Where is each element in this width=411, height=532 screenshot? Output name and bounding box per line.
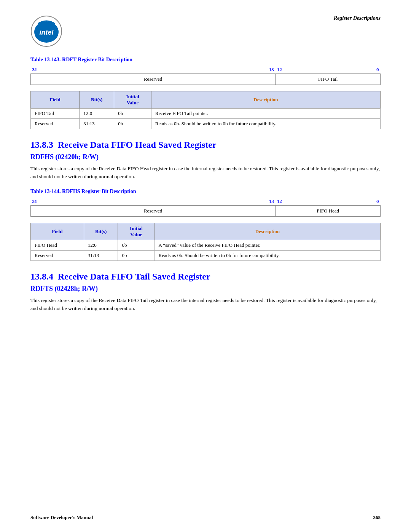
bit-diagram-144: 31 13 12 0 Reserved FIFO Head [30,198,381,217]
bit-cell-fifohead-144: FIFO Head [276,205,381,216]
col-bits-144: Bit(s) [84,223,118,240]
cell-field: FIFO Head [31,240,84,250]
page-footer: Software Developer's Manual 365 [30,514,381,521]
bit-table-143: 31 13 12 0 Reserved FIFO Tail [30,66,381,85]
col-initial-144: InitialValue [118,223,155,240]
register-table-header-row-143: Field Bit(s) InitialValue Description [31,91,381,109]
table-144-caption: Table 13-144. RDFHS Register Bit Descrip… [30,189,381,195]
section-383-body: This register stores a copy of the Recei… [30,165,381,181]
bit-label-13: 13 [241,66,276,74]
cell-desc: Receive FIFO Tail pointer. [151,109,380,119]
cell-initial: 0b [114,119,151,129]
bit-label-0: 0 [293,66,381,74]
bit-diagram-143: 31 13 12 0 Reserved FIFO Tail [30,66,381,85]
col-field-143: Field [31,91,80,109]
bit-label-12-144: 12 [276,198,293,206]
bit-content-row-143: Reserved FIFO Tail [31,74,381,85]
footer-right: 365 [373,514,381,521]
section-384: 13.8.4 Receive Data FIFO Tail Saved Regi… [30,272,381,313]
header-label: Register Descriptions [334,15,381,21]
col-desc-144: Description [155,223,380,240]
bit-cell-reserved-144: Reserved [31,205,276,216]
cell-desc: Reads as 0b. Should be written to 0b for… [155,250,380,260]
col-initial-143: InitialValue [114,91,151,109]
register-table-header-row-144: Field Bit(s) InitialValue Description [31,223,381,240]
cell-initial: 0b [114,109,151,119]
table-row: FIFO Head 12:0 0b A “saved” value of the… [31,240,381,250]
table-144-section: Table 13-144. RDFHS Register Bit Descrip… [30,189,381,261]
intel-logo: intel [30,15,68,49]
bit-labels-row-143: 31 13 12 0 [31,66,381,74]
section-384-heading: 13.8.4 Receive Data FIFO Tail Saved Regi… [30,272,381,282]
cell-field: Reserved [31,250,84,260]
table-143-section: Table 13-143. RDFT Register Bit Descript… [30,57,381,129]
bit-label-13-144: 13 [241,198,276,206]
cell-initial: 0b [118,250,155,260]
cell-initial: 0b [118,240,155,250]
section-384-body: This register stores a copy of the Recei… [30,297,381,313]
section-383-subheading: RDFHS (02420h; R/W) [30,153,381,161]
top-header: intel Register Descriptions [30,15,381,49]
cell-desc: A “saved” value of the Receive FIFO Head… [155,240,380,250]
table-143-caption: Table 13-143. RDFT Register Bit Descript… [30,57,381,63]
cell-bits: 31:13 [84,250,118,260]
cell-bits: 12:0 [80,109,114,119]
col-field-144: Field [31,223,84,240]
cell-field: FIFO Tail [31,109,80,119]
register-table-144: Field Bit(s) InitialValue Description FI… [30,223,381,261]
bit-cell-reserved-143: Reserved [31,74,276,85]
section-383: 13.8.3 Receive Data FIFO Head Saved Regi… [30,140,381,261]
bit-labels-row-144: 31 13 12 0 [31,198,381,206]
bit-content-row-144: Reserved FIFO Head [31,205,381,216]
bit-cell-fifotail-143: FIFO Tail [276,74,381,85]
bit-table-144: 31 13 12 0 Reserved FIFO Head [30,198,381,217]
register-table-143: Field Bit(s) InitialValue Description FI… [30,91,381,129]
page: intel Register Descriptions Table 13-143… [0,0,411,532]
bit-label-31-144: 31 [31,198,241,206]
col-bits-143: Bit(s) [80,91,114,109]
cell-bits: 31:13 [80,119,114,129]
section-384-subheading: RDFTS (02428h; R/W) [30,285,381,293]
cell-bits: 12:0 [84,240,118,250]
table-row: FIFO Tail 12:0 0b Receive FIFO Tail poin… [31,109,381,119]
cell-desc: Reads as 0b. Should be written to 0b for… [151,119,380,129]
col-desc-143: Description [151,91,380,109]
bit-label-31: 31 [31,66,241,74]
table-row: Reserved 31:13 0b Reads as 0b. Should be… [31,250,381,260]
bit-label-0-144: 0 [293,198,381,206]
svg-text:intel: intel [39,29,54,36]
bit-label-12: 12 [276,66,293,74]
section-383-heading: 13.8.3 Receive Data FIFO Head Saved Regi… [30,140,381,150]
table-row: Reserved 31:13 0b Reads as 0b. Should be… [31,119,381,129]
cell-field: Reserved [31,119,80,129]
footer-left: Software Developer's Manual [30,514,93,521]
